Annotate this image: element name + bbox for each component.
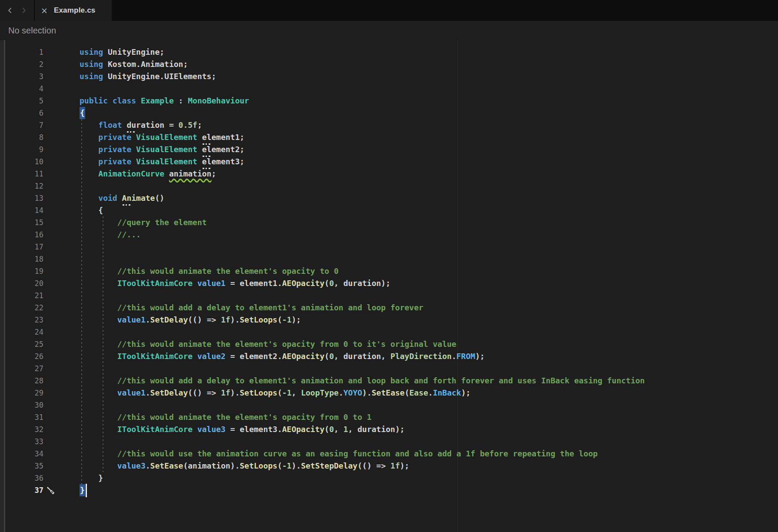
gutter-cell[interactable]: 28: [0, 375, 80, 387]
code-line[interactable]: 31 //this would animate the element's op…: [0, 411, 778, 423]
gutter-cell[interactable]: 31: [0, 411, 80, 423]
code-token: VisualElement: [136, 133, 197, 142]
gutter-cell[interactable]: 29: [0, 387, 80, 399]
code-token: [193, 352, 197, 361]
gutter-cell[interactable]: 34: [0, 448, 80, 460]
code-line[interactable]: 37 }: [0, 484, 778, 496]
line-number: 1: [0, 46, 43, 58]
gutter-cell[interactable]: 19: [0, 265, 80, 277]
gutter-cell[interactable]: 7: [0, 119, 80, 131]
gutter-cell[interactable]: 37: [0, 484, 80, 496]
code-line[interactable]: 36 }: [0, 472, 778, 484]
code-line[interactable]: 10 private VisualElement element3;: [0, 156, 778, 168]
gutter-cell[interactable]: 18: [0, 253, 80, 265]
code-token: {: [80, 206, 103, 215]
code-line[interactable]: 25 //this would animate the element's op…: [0, 338, 778, 350]
gutter-cell[interactable]: 4: [0, 83, 80, 95]
code-token: [122, 120, 127, 130]
gutter-cell[interactable]: 22: [0, 302, 80, 314]
code-editor[interactable]: 1using UnityEngine;2using Kostom.Animati…: [0, 40, 778, 532]
gutter-cell[interactable]: 9: [0, 143, 80, 156]
code-token: .: [339, 388, 343, 397]
code-text: //query the element: [80, 216, 207, 229]
gutter-cell[interactable]: 25: [0, 338, 80, 350]
gutter-cell[interactable]: 30: [0, 399, 80, 411]
code-line[interactable]: 2using Kostom.Animation;: [0, 58, 778, 70]
code-line[interactable]: 12: [0, 180, 778, 192]
code-line[interactable]: 15 //query the element: [0, 216, 778, 229]
code-line[interactable]: 33: [0, 436, 778, 448]
gutter-cell[interactable]: 12: [0, 180, 80, 192]
code-line[interactable]: 34 //this would use the animation curve …: [0, 448, 778, 460]
gutter-cell[interactable]: 10: [0, 156, 80, 168]
code-line[interactable]: 26 IToolKitAnimCore value2 = element2.AE…: [0, 350, 778, 362]
gutter-cell[interactable]: 36: [0, 472, 80, 484]
code-line[interactable]: 7 float duration = 0.5f;: [0, 119, 778, 131]
line-number: 36: [0, 472, 43, 484]
code-token: ).: [230, 388, 240, 397]
gutter-cell[interactable]: 1: [0, 46, 80, 58]
gutter-cell[interactable]: 3: [0, 70, 80, 83]
gutter-cell[interactable]: 14: [0, 204, 80, 216]
code-line[interactable]: 21: [0, 289, 778, 302]
quick-fix-screwdriver-icon[interactable]: [45, 485, 56, 496]
code-line[interactable]: 20 IToolKitAnimCore value1 = element1.AE…: [0, 277, 778, 289]
back-icon[interactable]: [6, 7, 14, 14]
gutter-cell[interactable]: 20: [0, 277, 80, 289]
code-line[interactable]: 11 AnimationCurve animation;: [0, 168, 778, 180]
gutter-cell[interactable]: 5: [0, 95, 80, 107]
code-line[interactable]: 1using UnityEngine;: [0, 46, 778, 58]
code-line[interactable]: 32 IToolKitAnimCore value3 = element3.AE…: [0, 423, 778, 436]
gutter-cell[interactable]: 6: [0, 107, 80, 119]
line-number: 33: [0, 436, 43, 448]
code-text: value3.SetEase(animation).SetLoops(-1).S…: [80, 460, 409, 472]
code-line[interactable]: 24: [0, 326, 778, 338]
gutter-cell[interactable]: 21: [0, 289, 80, 302]
gutter-cell[interactable]: 27: [0, 362, 80, 375]
line-number: 25: [0, 338, 43, 350]
code-line[interactable]: 23 value1.SetDelay(() => 1f).SetLoops(-1…: [0, 314, 778, 326]
line-number: 4: [0, 83, 43, 95]
gutter-cell[interactable]: 15: [0, 216, 80, 229]
gutter-cell[interactable]: 33: [0, 436, 80, 448]
gutter-cell[interactable]: 35: [0, 460, 80, 472]
code-line[interactable]: 27: [0, 362, 778, 375]
code-line[interactable]: 16 //...: [0, 229, 778, 241]
code-line[interactable]: 19 //this would animate the element's op…: [0, 265, 778, 277]
code-line[interactable]: 22 //this would add a delay to element1'…: [0, 302, 778, 314]
gutter-cell[interactable]: 17: [0, 241, 80, 253]
code-line[interactable]: 30: [0, 399, 778, 411]
gutter-cell[interactable]: 11: [0, 168, 80, 180]
code-line[interactable]: 5public class Example : MonoBehaviour: [0, 95, 778, 107]
code-token: [80, 461, 117, 470]
code-line[interactable]: 14 {: [0, 204, 778, 216]
code-line[interactable]: 18: [0, 253, 778, 265]
code-text: IToolKitAnimCore value1 = element1.AEOpa…: [80, 277, 390, 289]
line-number: 6: [0, 107, 43, 119]
gutter-cell[interactable]: 16: [0, 229, 80, 241]
code-line[interactable]: 17: [0, 241, 778, 253]
gutter-cell[interactable]: 24: [0, 326, 80, 338]
gutter-cell[interactable]: 23: [0, 314, 80, 326]
code-line[interactable]: 35 value3.SetEase(animation).SetLoops(-1…: [0, 460, 778, 472]
code-line[interactable]: 8 private VisualElement element1;: [0, 131, 778, 143]
line-number: 18: [0, 253, 43, 265]
code-line[interactable]: 13 void Animate(): [0, 192, 778, 204]
code-line[interactable]: 28 //this would add a delay to element1'…: [0, 375, 778, 387]
gutter-cell[interactable]: 26: [0, 350, 80, 362]
code-line[interactable]: 29 value1.SetDelay(() => 1f).SetLoops(-1…: [0, 387, 778, 399]
forward-icon[interactable]: [20, 7, 28, 14]
code-token: AEOpacity: [282, 279, 325, 288]
code-line[interactable]: 4: [0, 83, 778, 95]
gutter-cell[interactable]: 8: [0, 131, 80, 143]
gutter-cell[interactable]: 13: [0, 192, 80, 204]
tab-example-cs[interactable]: × Example.cs: [35, 0, 112, 21]
close-icon[interactable]: ×: [41, 7, 48, 15]
gutter-cell[interactable]: 2: [0, 58, 80, 70]
code-line[interactable]: 9 private VisualElement element2;: [0, 143, 778, 156]
code-line[interactable]: 6{: [0, 107, 778, 119]
gutter-cell[interactable]: 32: [0, 423, 80, 436]
code-token: SetDelay: [150, 315, 188, 324]
code-line[interactable]: 3using UnityEngine.UIElements;: [0, 70, 778, 83]
code-token: (: [405, 388, 409, 397]
